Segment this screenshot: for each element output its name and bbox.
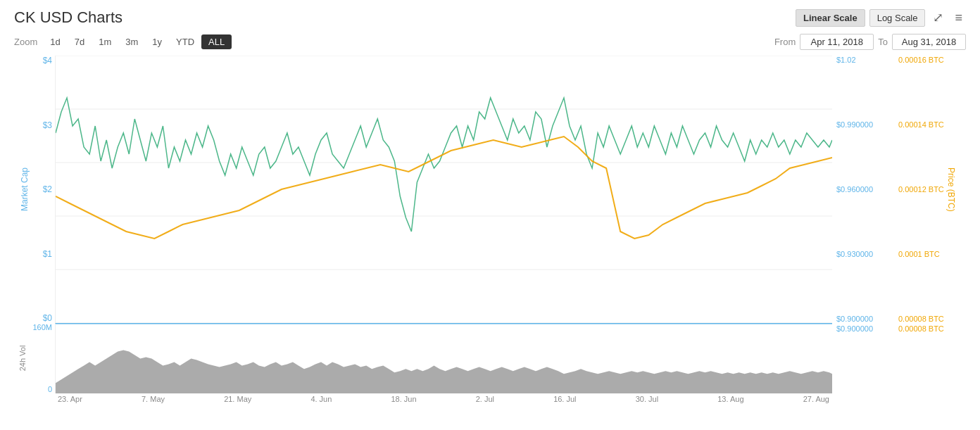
btc-tick-2: 0.00014 BTC — [898, 120, 944, 129]
zoom-label: Zoom — [14, 37, 37, 47]
btc-axis-label-wrap: Price (BTC) — [944, 56, 958, 323]
zoom-1d[interactable]: 1d — [43, 34, 67, 49]
log-scale-button[interactable]: Log Scale — [869, 9, 926, 27]
left-tick-3: $3 — [43, 120, 52, 130]
page: CK USD Charts Linear Scale Log Scale ⤢ ≡… — [0, 0, 980, 410]
usd-tick-2: $0.990000 — [836, 120, 894, 129]
volume-svg — [56, 324, 832, 393]
btc-tick-3: 0.00012 BTC — [898, 185, 944, 194]
x-tick-9: 13. Aug — [717, 395, 743, 403]
vol-btc-tick: 0.00008 BTC — [898, 324, 944, 333]
right-axis-btc-container: 0.00016 BTC 0.00014 BTC 0.00012 BTC 0.00… — [896, 56, 966, 323]
x-axis-row: 23. Apr 7. May 21. May 4. Jun 18. Jun 2.… — [14, 395, 966, 403]
usd-tick-4: $0.930000 — [836, 250, 894, 258]
x-tick-6: 2. Jul — [476, 395, 494, 403]
left-axis-container: Market Cap $4 $3 $2 $1 $0 — [14, 56, 55, 323]
usd-tick-3: $0.960000 — [836, 185, 894, 194]
usd-tick-1: $1.02 — [836, 56, 894, 64]
from-label: From — [774, 37, 796, 47]
to-date-input[interactable] — [892, 34, 966, 50]
svg-marker-6 — [56, 350, 832, 393]
to-label: To — [878, 37, 888, 47]
left-tick-0: $0 — [43, 313, 52, 323]
zoom-7d[interactable]: 7d — [68, 34, 92, 49]
x-axis-left-spacer — [14, 395, 55, 403]
vol-right-btc: 0.00008 BTC — [896, 323, 966, 393]
btc-axis-label: Price (BTC) — [946, 167, 956, 212]
x-tick-10: 27. Aug — [803, 395, 829, 403]
vol-left-axis: 24h Vol 160M 0 — [14, 323, 55, 393]
vol-right-usd: $0.900000 — [832, 323, 896, 393]
zoom-1y[interactable]: 1y — [145, 34, 169, 49]
usd-tick-5: $0.900000 — [836, 315, 894, 323]
x-tick-4: 4. Jun — [310, 395, 332, 403]
zoom-all[interactable]: ALL — [201, 34, 232, 49]
main-chart-area: Market Cap $4 $3 $2 $1 $0 — [14, 56, 966, 323]
left-tick-4: $4 — [43, 56, 52, 65]
vol-label: 24h Vol — [18, 346, 27, 372]
x-axis-right-usd — [832, 395, 896, 403]
date-range: From To — [774, 34, 966, 50]
page-title: CK USD Charts — [14, 8, 122, 27]
x-tick-5: 18. Jun — [391, 395, 416, 403]
x-tick-1: 23. Apr — [58, 395, 82, 403]
left-tick-1: $1 — [43, 249, 52, 259]
volume-chart — [55, 323, 832, 393]
btc-tick-5: 0.00008 BTC — [898, 315, 944, 323]
vol-tick-160m: 160M — [32, 323, 52, 331]
btc-tick-1: 0.00016 BTC — [898, 56, 944, 64]
volume-section: 24h Vol 160M 0 $0.900000 0.00008 BTC — [14, 323, 966, 393]
x-tick-3: 21. May — [224, 395, 251, 403]
x-axis-right-btc — [896, 395, 966, 403]
x-axis-labels: 23. Apr 7. May 21. May 4. Jun 18. Jun 2.… — [55, 395, 832, 403]
x-tick-8: 30. Jul — [636, 395, 658, 403]
btc-ticks: 0.00016 BTC 0.00014 BTC 0.00012 BTC 0.00… — [896, 56, 944, 323]
vol-tick-0: 0 — [48, 385, 52, 393]
zoom-row: Zoom 1d 7d 1m 3m 1y YTD ALL From To — [14, 34, 966, 50]
zoom-ytd[interactable]: YTD — [169, 34, 201, 49]
zoom-3m[interactable]: 3m — [118, 34, 145, 49]
left-tick-2: $2 — [43, 184, 52, 194]
main-chart-svg-container — [55, 56, 832, 323]
vol-usd-tick: $0.900000 — [836, 324, 873, 333]
from-date-input[interactable] — [800, 34, 874, 50]
main-chart-svg — [56, 56, 832, 323]
menu-button[interactable]: ≡ — [951, 9, 966, 27]
btc-tick-4: 0.0001 BTC — [898, 250, 944, 258]
header-controls: Linear Scale Log Scale ⤢ ≡ — [796, 8, 966, 27]
header-row: CK USD Charts Linear Scale Log Scale ⤢ ≡ — [14, 8, 966, 27]
fullscreen-button[interactable]: ⤢ — [929, 8, 947, 27]
x-tick-7: 16. Jul — [553, 395, 576, 403]
linear-scale-button[interactable]: Linear Scale — [796, 9, 865, 27]
x-tick-2: 7. May — [142, 395, 165, 403]
zoom-1m[interactable]: 1m — [92, 34, 118, 49]
market-cap-label: Market Cap — [20, 167, 30, 211]
right-axis-usd: $1.02 $0.990000 $0.960000 $0.930000 $0.9… — [832, 56, 896, 323]
